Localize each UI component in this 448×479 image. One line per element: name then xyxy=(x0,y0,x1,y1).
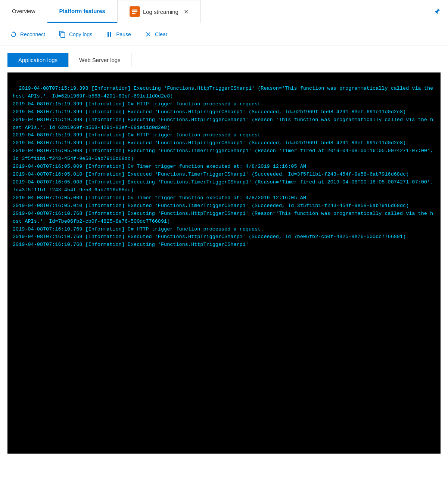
pause-icon xyxy=(106,31,113,38)
clear-label: Clear xyxy=(155,31,167,37)
tab-log-streaming[interactable]: Log streaming ✕ xyxy=(117,0,201,23)
log-streaming-icon xyxy=(131,8,138,15)
tab-overview-label: Overview xyxy=(12,8,35,14)
copy-logs-button[interactable]: Copy logs xyxy=(58,29,93,40)
tab-log-streaming-label: Log streaming xyxy=(143,9,178,15)
tab-log-streaming-close[interactable]: ✕ xyxy=(184,8,189,15)
tab-bar: Overview Platform features Log streaming… xyxy=(0,0,448,23)
clear-icon xyxy=(144,31,152,38)
pin-button[interactable] xyxy=(429,0,444,23)
tab-overview[interactable]: Overview xyxy=(0,0,47,23)
pause-label: Pause xyxy=(116,31,131,37)
clear-button[interactable]: Clear xyxy=(144,29,168,40)
copy-logs-icon xyxy=(59,31,66,38)
svg-rect-1 xyxy=(132,11,137,12)
svg-rect-2 xyxy=(132,13,136,14)
web-server-logs-label: Web Server logs xyxy=(79,57,121,63)
pause-button[interactable]: Pause xyxy=(105,29,132,40)
tab-web-server-logs[interactable]: Web Server logs xyxy=(68,53,131,67)
svg-rect-0 xyxy=(132,10,137,11)
application-logs-label: Application logs xyxy=(18,57,57,63)
reconnect-icon xyxy=(10,31,17,38)
toolbar: Reconnect Copy logs Pause Clear xyxy=(0,23,448,46)
svg-rect-4 xyxy=(110,32,111,37)
copy-logs-label: Copy logs xyxy=(69,31,92,37)
reconnect-label: Reconnect xyxy=(20,31,45,37)
pin-icon xyxy=(432,7,441,16)
log-text: 2019-04-08T07:15:19.398 [Information] Ex… xyxy=(13,86,436,247)
tab-platform-features[interactable]: Platform features xyxy=(47,0,117,23)
log-streaming-icon-box xyxy=(130,6,140,17)
log-output[interactable]: 2019-04-08T07:15:19.398 [Information] Ex… xyxy=(7,72,441,454)
reconnect-button[interactable]: Reconnect xyxy=(9,29,46,40)
tab-platform-features-label: Platform features xyxy=(59,8,105,14)
tab-application-logs[interactable]: Application logs xyxy=(7,53,68,67)
log-tabs: Application logs Web Server logs xyxy=(0,46,448,67)
svg-rect-3 xyxy=(108,32,109,37)
